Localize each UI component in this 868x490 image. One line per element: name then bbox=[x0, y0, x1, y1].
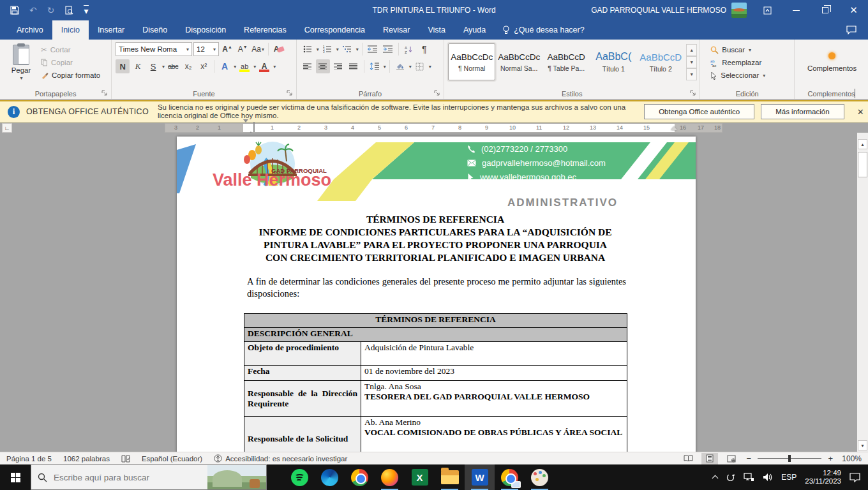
keyboard-language[interactable]: ESP bbox=[781, 473, 797, 482]
bullets-button[interactable] bbox=[301, 42, 315, 56]
highlight-dropdown[interactable]: ▾ bbox=[253, 64, 256, 70]
shading-button[interactable] bbox=[393, 59, 407, 73]
account-avatar[interactable] bbox=[731, 3, 747, 18]
copy-button[interactable]: Copiar bbox=[38, 56, 103, 69]
tab-diseno[interactable]: Diseño bbox=[133, 20, 176, 40]
zoom-level[interactable]: 100% bbox=[842, 454, 862, 463]
print-layout-button[interactable] bbox=[701, 453, 718, 464]
zoom-slider-thumb[interactable] bbox=[788, 455, 791, 462]
tray-expand-chevron[interactable] bbox=[713, 474, 717, 480]
scroll-up-icon[interactable]: ▲ bbox=[858, 139, 867, 149]
clear-formatting-button[interactable]: A bbox=[272, 42, 286, 56]
search-daily-image[interactable] bbox=[207, 465, 266, 489]
style-normal[interactable]: AaBbCcDc¶ Normal bbox=[448, 43, 495, 80]
replace-button[interactable]: abac Reemplazar bbox=[708, 56, 791, 69]
zoom-in-button[interactable]: + bbox=[827, 454, 834, 463]
change-case-button[interactable]: Aa▾ bbox=[251, 42, 265, 56]
undo-icon[interactable]: ↶ bbox=[29, 6, 37, 15]
proofing-icon[interactable] bbox=[121, 455, 130, 463]
vertical-scrollbar[interactable]: ▲ ▼ bbox=[857, 133, 868, 452]
font-name-combobox[interactable]: Times New Roma▾ bbox=[116, 42, 192, 56]
taskbar-edge[interactable] bbox=[315, 464, 345, 490]
numbering-button[interactable]: 123 bbox=[320, 42, 334, 56]
language-indicator[interactable]: Español (Ecuador) bbox=[142, 455, 202, 463]
bullets-dropdown[interactable]: ▾ bbox=[317, 47, 319, 52]
tab-vista[interactable]: Vista bbox=[419, 20, 454, 40]
volume-icon[interactable] bbox=[763, 473, 773, 482]
tab-insertar[interactable]: Insertar bbox=[89, 20, 133, 40]
tell-me-box[interactable]: ¿Qué desea hacer? bbox=[495, 20, 592, 40]
collapse-ribbon-button[interactable] bbox=[855, 89, 860, 95]
styles-scroll-up[interactable]: ▲ bbox=[686, 44, 697, 56]
word-count[interactable]: 1062 palabras bbox=[63, 455, 110, 463]
document-page[interactable]: Valle Hermoso GAD PARROQUIAL (02)2773220… bbox=[177, 137, 696, 452]
align-left-button[interactable] bbox=[301, 59, 315, 73]
save-icon[interactable] bbox=[10, 6, 19, 15]
scrollbar-thumb[interactable] bbox=[858, 152, 867, 177]
page-indicator[interactable]: Página 1 de 5 bbox=[6, 455, 52, 463]
tab-ayuda[interactable]: Ayuda bbox=[454, 20, 495, 40]
account-name[interactable]: GAD PARROQUIAL VALLE HERMOSO bbox=[591, 6, 726, 15]
accessibility-status[interactable]: Accesibilidad: es necesario investigar bbox=[214, 454, 347, 463]
justify-button[interactable] bbox=[347, 59, 361, 73]
line-spacing-dropdown[interactable]: ▾ bbox=[384, 64, 386, 70]
underline-dropdown[interactable]: ▾ bbox=[162, 64, 165, 70]
print-preview-icon[interactable] bbox=[64, 6, 73, 15]
tray-clock[interactable]: 12:49 23/11/2023 bbox=[805, 469, 841, 486]
document-canvas[interactable]: Valle Hermoso GAD PARROQUIAL (02)2773220… bbox=[0, 133, 868, 452]
web-layout-button[interactable] bbox=[723, 453, 740, 464]
numbering-dropdown[interactable]: ▾ bbox=[336, 47, 339, 52]
superscript-button[interactable]: x² bbox=[197, 59, 211, 73]
banner-close-icon[interactable]: ✕ bbox=[853, 107, 868, 117]
align-center-button[interactable] bbox=[316, 59, 330, 73]
tab-revisar[interactable]: Revisar bbox=[374, 20, 419, 40]
style-table-pa[interactable]: AaBbCcD¶ Table Pa... bbox=[542, 43, 590, 80]
learn-more-button[interactable]: Más información bbox=[761, 104, 844, 119]
taskbar-search[interactable] bbox=[31, 464, 267, 490]
paste-button[interactable]: Pegar ▾ bbox=[4, 42, 38, 85]
right-indent-marker[interactable] bbox=[671, 126, 677, 130]
show-marks-button[interactable]: ¶ bbox=[417, 42, 431, 56]
horizontal-ruler[interactable]: 321123456789101112131415161718 bbox=[165, 123, 722, 133]
customize-qat-icon[interactable]: ▾ bbox=[84, 5, 88, 15]
grow-font-button[interactable]: A▲ bbox=[220, 42, 234, 56]
align-right-button[interactable] bbox=[331, 59, 345, 73]
strikethrough-button[interactable]: abc bbox=[166, 59, 180, 73]
taskbar-spotify[interactable] bbox=[285, 464, 315, 490]
underline-button[interactable]: S bbox=[146, 59, 160, 73]
styles-gallery-expand[interactable]: ▼ bbox=[686, 68, 697, 80]
tab-stop-selector[interactable]: ∟ bbox=[2, 123, 12, 133]
read-mode-button[interactable] bbox=[680, 453, 696, 464]
text-effects-dropdown[interactable]: ▾ bbox=[234, 64, 236, 70]
taskbar-firefox[interactable] bbox=[375, 464, 405, 490]
comments-icon[interactable] bbox=[846, 20, 868, 40]
redo-icon[interactable]: ↻ bbox=[47, 6, 55, 15]
fuente-dialog-launcher[interactable] bbox=[287, 90, 294, 98]
network-icon[interactable] bbox=[744, 473, 754, 482]
decrease-indent-button[interactable] bbox=[366, 42, 380, 56]
ribbon-display-options-button[interactable] bbox=[753, 0, 782, 20]
tab-correspondencia[interactable]: Correspondencia bbox=[296, 20, 374, 40]
tab-inicio[interactable]: Inicio bbox=[52, 20, 89, 40]
taskbar-chrome[interactable] bbox=[345, 464, 375, 490]
style-titulo-1[interactable]: AaBbC(Título 1 bbox=[590, 43, 637, 80]
minimize-button[interactable] bbox=[782, 0, 811, 20]
format-painter-button[interactable]: Copiar formato bbox=[38, 69, 103, 82]
line-spacing-button[interactable] bbox=[368, 59, 382, 73]
action-center-icon[interactable] bbox=[849, 473, 860, 482]
sort-button[interactable]: AZ bbox=[402, 42, 416, 56]
multilevel-list-button[interactable] bbox=[340, 42, 354, 56]
shrink-font-button[interactable]: A▼ bbox=[236, 42, 250, 56]
parrafo-dialog-launcher[interactable] bbox=[434, 90, 442, 98]
estilos-dialog-launcher[interactable] bbox=[690, 90, 698, 98]
borders-dropdown[interactable]: ▾ bbox=[429, 64, 431, 70]
tab-referencias[interactable]: Referencias bbox=[235, 20, 296, 40]
taskbar-word-active[interactable]: W bbox=[465, 464, 495, 490]
portapapeles-dialog-launcher[interactable] bbox=[101, 90, 109, 98]
font-size-combobox[interactable]: 12▾ bbox=[193, 42, 219, 56]
taskbar-file-explorer[interactable] bbox=[435, 464, 465, 490]
sync-app-icon[interactable] bbox=[726, 473, 735, 482]
cut-button[interactable]: ✂Cortar bbox=[38, 43, 103, 56]
increase-indent-button[interactable] bbox=[381, 42, 395, 56]
borders-button[interactable] bbox=[413, 59, 427, 73]
